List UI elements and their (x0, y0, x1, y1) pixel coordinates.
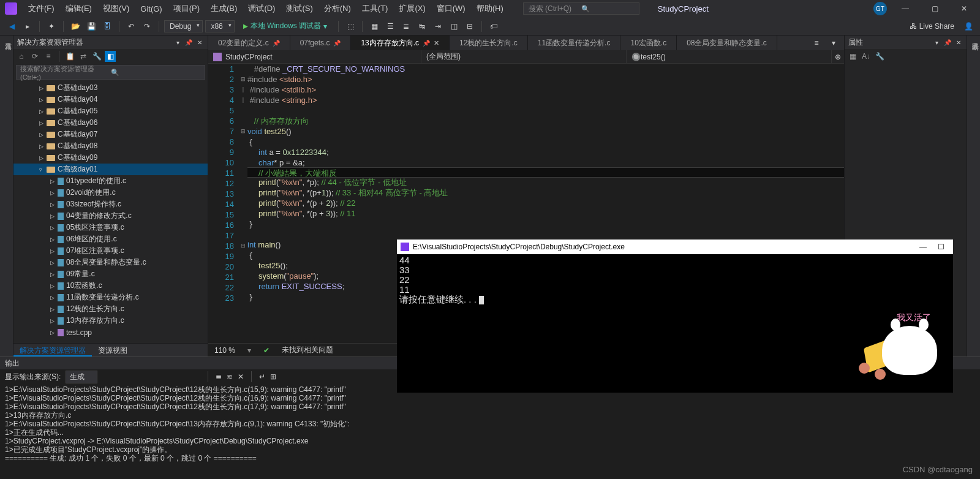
tree-item[interactable]: ▷01typedef的使用.c (13, 175, 208, 187)
tb-icon-2[interactable]: ▦ (368, 20, 381, 33)
panel-close-icon[interactable]: ✕ (195, 38, 204, 47)
tree-item[interactable]: ▷06堆区的使用.c (13, 233, 208, 245)
tree-item[interactable]: ▷C基础day09 (13, 152, 208, 164)
out-icon-2[interactable]: ≋ (227, 372, 233, 381)
user-avatar[interactable]: GT (873, 2, 887, 15)
tab-menu-icon[interactable]: ▾ (827, 36, 840, 50)
pin-icon[interactable]: 📌 (333, 40, 341, 47)
save-all-icon[interactable]: 🗄 (100, 20, 114, 33)
out-icon-1[interactable]: ≣ (216, 372, 222, 381)
liveshare-button[interactable]: 🖧 Live Share (905, 22, 959, 31)
maximize-button[interactable]: ▢ (924, 1, 946, 16)
panel-dropdown-icon[interactable]: ▾ (173, 38, 182, 47)
editor-tab[interactable]: 12栈的生长方向.c (450, 36, 528, 50)
close-icon[interactable]: ✕ (434, 39, 439, 47)
tree-item[interactable]: ▷C基础day05 (13, 105, 208, 117)
out-icon-4[interactable]: ↵ (259, 372, 265, 381)
close-button[interactable]: ✕ (953, 1, 975, 16)
menu-编辑(E)[interactable]: 编辑(E) (62, 1, 96, 16)
tree-item[interactable]: ▷C基础day07 (13, 129, 208, 140)
admin-icon[interactable]: 👤 (962, 20, 975, 33)
pin-icon[interactable]: 📌 (943, 38, 952, 47)
console-titlebar[interactable]: E:\VisualStudioProjects\StudyCProject\De… (397, 240, 953, 254)
split-icon[interactable]: ⊕ (832, 50, 844, 63)
tree-item[interactable]: ▷03sizeof操作符.c (13, 198, 208, 210)
menu-测试(S)[interactable]: 测试(S) (282, 1, 316, 16)
global-search-input[interactable]: 搜索 (Ctrl+Q)🔍 (523, 2, 639, 15)
alpha-icon[interactable]: A↓ (861, 51, 872, 62)
tree-item[interactable]: ▷02void的使用.c (13, 187, 208, 198)
editor-tab[interactable]: 07fgets.c 📌 (290, 36, 352, 50)
tree-item[interactable]: ▷13内存存放方向.c (13, 315, 208, 326)
panel-dropdown-icon[interactable]: ▾ (932, 38, 941, 47)
menu-调试(D)[interactable]: 调试(D) (244, 1, 279, 16)
tree-item[interactable]: ▷12栈的生长方向.c (13, 303, 208, 315)
nav-fwd-icon[interactable]: ▸ (21, 20, 34, 33)
out-icon-5[interactable]: ⊞ (270, 372, 276, 381)
tb-icon-1[interactable]: ⬚ (344, 20, 357, 33)
menu-项目(P)[interactable]: 项目(P) (170, 1, 203, 16)
tab-solution-explorer[interactable]: 解决方案资源管理器 (13, 344, 92, 356)
editor-tab[interactable]: 10宏函数.c (620, 36, 677, 50)
console-minimize[interactable]: — (919, 243, 927, 251)
refresh-icon[interactable]: ⟳ (29, 51, 40, 62)
zoom-level[interactable]: 110 % (214, 346, 235, 355)
home-icon[interactable]: ⌂ (16, 51, 27, 62)
solution-search-input[interactable]: 搜索解决方案资源管理器(Ctrl+;)🔍 (16, 65, 205, 80)
editor-tab[interactable]: 08全局变量和静态变量.c (677, 36, 777, 50)
platform-dropdown[interactable]: x86 (205, 20, 234, 32)
tb-icon-4[interactable]: ≣ (399, 20, 413, 33)
menu-分析(N)[interactable]: 分析(N) (320, 1, 355, 16)
tree-item[interactable]: ▷08全局变量和静态变量.c (13, 257, 208, 268)
pin-icon[interactable]: 📌 (273, 40, 280, 47)
tree-item[interactable]: ▷05栈区注意事项.c (13, 222, 208, 233)
menu-视图(V)[interactable]: 视图(V) (99, 1, 133, 16)
config-dropdown[interactable]: Debug (164, 20, 203, 32)
out-icon-3[interactable]: ✕ (238, 372, 244, 381)
tree-item[interactable]: ▷C基础day06 (13, 117, 208, 129)
nav-back-icon[interactable]: ◀ (5, 20, 18, 33)
tree-item[interactable]: ▷test.cpp (13, 326, 208, 338)
tb-icon-6[interactable]: ⇥ (431, 20, 445, 33)
tree-item[interactable]: ▷C基础day04 (13, 94, 208, 105)
pin-icon[interactable]: 📌 (423, 40, 430, 47)
nav-project-dropdown[interactable]: StudyCProject (208, 50, 421, 63)
tb-icon-3[interactable]: ☰ (383, 20, 397, 33)
tree-item[interactable]: ▷09常量.c (13, 268, 208, 280)
menu-窗口(W)[interactable]: 窗口(W) (433, 1, 469, 16)
menu-工具(T)[interactable]: 工具(T) (358, 1, 392, 16)
collapse-icon[interactable]: ≡ (43, 51, 54, 62)
tb-icon-9[interactable]: 🏷 (487, 20, 500, 33)
tab-resource-view[interactable]: 资源视图 (92, 344, 134, 356)
tree-item[interactable]: ▿C高级day01 (13, 164, 208, 175)
tree-item[interactable]: ▷C基础day08 (13, 140, 208, 152)
tb-icon-5[interactable]: ↹ (415, 20, 429, 33)
menu-文件(F)[interactable]: 文件(F) (24, 1, 58, 16)
run-debugger-button[interactable]: ▶ 本地 Windows 调试器 ▾ (237, 20, 333, 32)
menu-扩展(X)[interactable]: 扩展(X) (395, 1, 429, 16)
left-toolbox-tab[interactable]: 工具箱 (0, 36, 13, 356)
new-file-icon[interactable]: ✦ (45, 20, 58, 33)
properties-icon[interactable]: 🔧 (91, 51, 102, 62)
tree-item[interactable]: ▷10宏函数.c (13, 280, 208, 292)
editor-tab[interactable]: 13内存存放方向.c 📌 ✕ (351, 36, 450, 50)
menu-帮助(H)[interactable]: 帮助(H) (473, 1, 507, 16)
nav-member-dropdown[interactable]: 🔘 test25() (627, 50, 832, 63)
minimize-button[interactable]: — (894, 1, 916, 16)
menu-Git(G)[interactable]: Git(G) (137, 2, 165, 15)
show-all-icon[interactable]: 📋 (64, 51, 75, 62)
editor-tab[interactable]: 02变量的定义.c 📌 (208, 36, 290, 50)
save-icon[interactable]: 💾 (85, 20, 98, 33)
panel-close-icon[interactable]: ✕ (954, 38, 963, 47)
undo-icon[interactable]: ↶ (124, 20, 138, 33)
tree-item[interactable]: ▷04变量的修改方式.c (13, 210, 208, 222)
open-icon[interactable]: 📂 (69, 20, 82, 33)
view-icon[interactable]: ◧ (105, 51, 116, 62)
tree-item[interactable]: ▷C基础day03 (13, 82, 208, 94)
output-content[interactable]: 1>E:\VisualStudioProjects\StudyCProject\… (0, 384, 980, 479)
tab-overflow-icon[interactable]: ≡ (810, 36, 823, 50)
menu-生成(B)[interactable]: 生成(B) (207, 1, 241, 16)
tb-icon-8[interactable]: ⊟ (463, 20, 477, 33)
tb-icon-7[interactable]: ◫ (447, 20, 461, 33)
categorized-icon[interactable]: ▦ (847, 51, 858, 62)
